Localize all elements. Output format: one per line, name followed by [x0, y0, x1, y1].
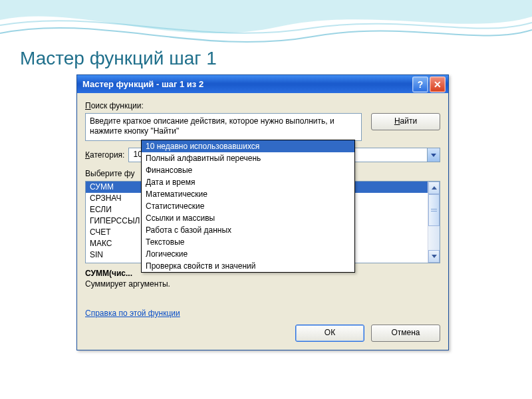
slide-title: Мастер функций шаг 1 — [20, 48, 217, 69]
dropdown-item[interactable]: Проверка свойств и значений — [142, 260, 354, 272]
search-input[interactable]: Введите краткое описание действия, котор… — [85, 113, 362, 141]
scroll-down-button[interactable] — [428, 250, 440, 263]
close-icon: ✕ — [434, 79, 442, 90]
dropdown-item[interactable]: Дата и время — [142, 176, 354, 188]
find-button[interactable]: Найти — [371, 113, 440, 130]
dropdown-item[interactable]: 10 недавно использовавшихся — [142, 140, 354, 152]
scroll-up-button[interactable] — [428, 182, 440, 194]
function-description: Суммирует аргументы. — [85, 279, 440, 289]
vertical-scrollbar[interactable] — [428, 182, 440, 263]
help-button[interactable]: ? — [412, 76, 428, 92]
chevron-down-icon — [432, 255, 437, 258]
category-dropdown-button[interactable] — [427, 148, 440, 162]
chevron-up-icon — [432, 186, 437, 190]
ok-button[interactable]: ОК — [295, 325, 364, 342]
dropdown-item[interactable]: Логические — [142, 248, 354, 260]
help-icon: ? — [418, 79, 424, 90]
dialog-footer: ОК Отмена — [85, 325, 440, 342]
search-row: Введите краткое описание действия, котор… — [85, 113, 440, 141]
category-label: Категория: — [85, 150, 124, 160]
close-button[interactable]: ✕ — [430, 76, 446, 92]
dropdown-item[interactable]: Текстовые — [142, 236, 354, 248]
chevron-down-icon — [431, 154, 436, 157]
dropdown-item[interactable]: Финансовые — [142, 164, 354, 176]
dialog-titlebar[interactable]: Мастер функций - шаг 1 из 2 ? ✕ — [77, 75, 448, 93]
help-link[interactable]: Справка по этой функции — [85, 309, 180, 318]
category-dropdown-list[interactable]: 10 недавно использовавшихся Полный алфав… — [141, 140, 355, 273]
scroll-track[interactable] — [428, 194, 440, 250]
cancel-button[interactable]: Отмена — [371, 325, 440, 342]
dialog-title: Мастер функций - шаг 1 из 2 — [82, 79, 203, 89]
dropdown-item[interactable]: Математические — [142, 188, 354, 200]
dropdown-item[interactable]: Работа с базой данных — [142, 224, 354, 236]
slide-root: Мастер функций шаг 1 Мастер функций - ша… — [0, 0, 532, 399]
dropdown-item[interactable]: Полный алфавитный перечень — [142, 152, 354, 164]
dropdown-item[interactable]: Ссылки и массивы — [142, 212, 354, 224]
scroll-thumb[interactable] — [428, 194, 440, 226]
dropdown-item[interactable]: Статистические — [142, 200, 354, 212]
search-label: Поиск функции: — [85, 101, 440, 110]
